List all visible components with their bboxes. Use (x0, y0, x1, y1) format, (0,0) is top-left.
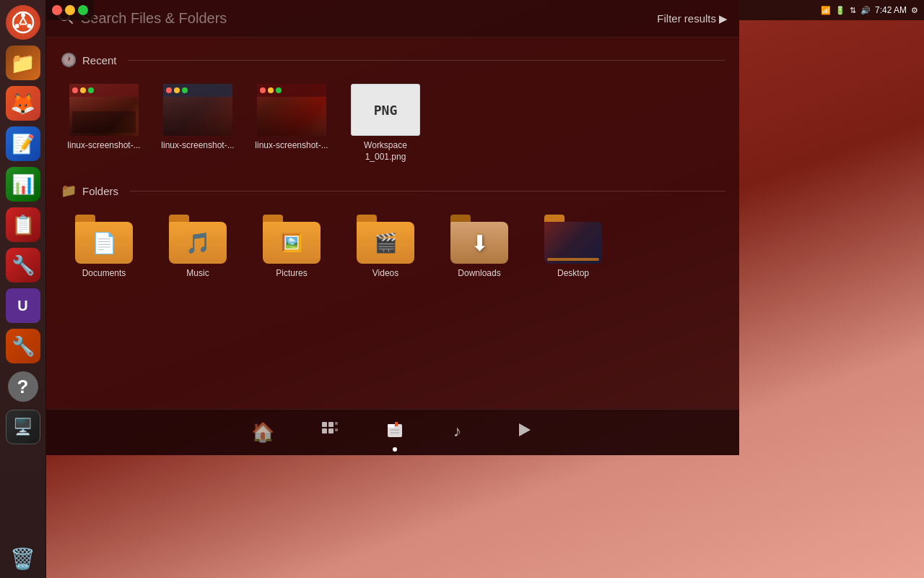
folder-item-music[interactable]: 🎵 Music (154, 209, 241, 285)
maximize-button[interactable] (78, 5, 88, 15)
launcher-item-app7[interactable]: 🔧 (4, 246, 43, 285)
firefox-icon: 🦊 (6, 86, 40, 121)
filter-results-arrow-icon: ▶ (719, 12, 728, 25)
launcher-item-screenshot[interactable]: 🖥️ (4, 407, 43, 447)
svg-rect-12 (328, 428, 334, 434)
app7-icon: 🔧 (6, 248, 40, 282)
recent-item-ss1[interactable]: linux-screenshot-... (61, 78, 147, 168)
search-input[interactable] (81, 10, 650, 27)
folders-divider (130, 191, 725, 191)
ubuntu-logo-icon (6, 5, 40, 40)
system-topbar: 📶 🔋 ⇅ 🔊 7:42 AM ⚙ (739, 0, 924, 20)
apps-nav-icon (321, 420, 339, 444)
bottom-nav-music[interactable]: ♪ (445, 415, 475, 450)
recent-item-ss3-name: linux-screenshot-... (255, 140, 328, 152)
pictures-folder-icon: 🖼️ (263, 215, 321, 264)
launcher-item-trash[interactable]: 🗑️ (4, 539, 43, 578)
downloads-folder-name: Downloads (458, 268, 500, 280)
videos-folder-icon: 🎬 (357, 215, 414, 264)
recent-section-header: 🕐 Recent (61, 52, 725, 68)
folders-label: Folders (82, 185, 118, 197)
launcher-item-settings[interactable]: 🔧 (4, 327, 43, 366)
folder-item-pictures[interactable]: 🖼️ Pictures (248, 209, 335, 285)
svg-point-1 (21, 13, 25, 17)
bottom-nav-files[interactable] (380, 415, 410, 450)
filter-results-button[interactable]: Filter results ▶ (657, 12, 728, 25)
files-icon: 📁 (6, 46, 40, 80)
dash-bottom-nav: 🏠 (46, 409, 739, 455)
clock: 7:42 AM (875, 5, 907, 15)
documents-folder-name: Documents (82, 268, 126, 280)
recent-item-ss3[interactable]: linux-screenshot-... (248, 78, 335, 168)
launcher-item-files[interactable]: 📁 (4, 43, 43, 82)
launcher-item-ubuntu-one[interactable]: U (4, 286, 43, 325)
recent-icon: 🕐 (61, 52, 77, 68)
svg-rect-11 (322, 428, 327, 434)
screenshot-icon: 🖥️ (6, 410, 40, 444)
window-controls (46, 0, 94, 20)
recent-item-ss2[interactable]: linux-screenshot-... (154, 78, 241, 168)
png-thumbnail: PNG (351, 84, 420, 136)
unity-launcher: 📁 🦊 📝 📊 📋 🔧 U 🔧 ? 🖥️ 🗑️ (0, 0, 46, 578)
close-button[interactable] (52, 5, 62, 15)
screenshot-2-thumbnail (163, 84, 232, 136)
launcher-item-impress[interactable]: 📋 (4, 205, 43, 244)
svg-line-4 (23, 17, 27, 25)
recent-item-png[interactable]: PNG Workspace 1_001.png (342, 78, 429, 168)
folders-icon: 📁 (61, 183, 77, 199)
music-nav-icon: ♪ (450, 420, 469, 444)
svg-rect-10 (328, 422, 334, 427)
svg-text:♪: ♪ (453, 422, 461, 439)
screenshot-3-thumbnail (257, 84, 326, 136)
settings-indicator: ⚙ (911, 6, 918, 15)
documents-folder-icon: 📄 (75, 215, 133, 264)
launcher-item-firefox[interactable]: 🦊 (4, 84, 43, 123)
pictures-folder-name: Pictures (276, 268, 307, 280)
dash-content: 🕐 Recent linux-screenshot-... (46, 38, 739, 409)
desktop-folder-icon (544, 215, 602, 264)
recent-items-grid: linux-screenshot-... linux-screenshot-..… (61, 78, 725, 168)
folders-section-header: 📁 Folders (61, 183, 725, 199)
recent-item-png-name: Workspace 1_001.png (346, 140, 425, 163)
bottom-nav-video[interactable] (510, 415, 540, 450)
svg-marker-17 (395, 422, 398, 426)
music-folder-name: Music (186, 268, 209, 280)
folder-item-videos[interactable]: 🎬 Videos (342, 209, 429, 285)
svg-point-3 (14, 24, 19, 28)
folder-item-desktop[interactable]: Desktop (530, 209, 616, 285)
launcher-item-calc[interactable]: 📊 (4, 165, 43, 204)
folder-item-downloads[interactable]: ⬇ Downloads (436, 209, 523, 285)
settings-icon: 🔧 (6, 329, 40, 363)
sound-indicator: 🔊 (860, 6, 871, 15)
search-bar: Filter results ▶ (46, 0, 739, 38)
svg-rect-13 (335, 422, 338, 425)
screenshot-1-thumbnail (69, 84, 139, 136)
network-indicator: 📶 (821, 6, 831, 15)
svg-line-5 (19, 17, 23, 25)
help-icon: ? (8, 371, 38, 402)
bottom-nav-home[interactable]: 🏠 (245, 415, 280, 449)
files-nav-icon (385, 420, 404, 444)
launcher-item-writer[interactable]: 📝 (4, 124, 43, 163)
folder-item-documents[interactable]: 📄 Documents (61, 209, 147, 285)
launcher-item-ubuntu[interactable] (4, 3, 43, 42)
bottom-nav-apps[interactable] (315, 415, 345, 450)
ubuntu-one-icon: U (6, 288, 40, 323)
downloads-folder-icon: ⬇ (450, 215, 508, 264)
video-nav-icon (515, 420, 534, 444)
videos-folder-name: Videos (372, 268, 398, 280)
recent-label: Recent (82, 54, 117, 66)
folders-grid: 📄 Documents 🎵 Music 🖼️ Pictures (61, 209, 725, 285)
writer-icon: 📝 (6, 126, 40, 161)
trash-icon: 🗑️ (6, 541, 40, 576)
music-folder-icon: 🎵 (169, 215, 227, 264)
home-nav-icon: 🏠 (251, 421, 274, 444)
svg-rect-9 (322, 422, 327, 427)
launcher-item-help[interactable]: ? (4, 367, 43, 406)
minimize-button[interactable] (65, 5, 75, 15)
svg-rect-16 (388, 424, 394, 428)
recent-divider (128, 60, 725, 61)
recent-item-ss1-name: linux-screenshot-... (67, 140, 140, 152)
svg-point-2 (27, 24, 31, 28)
recent-item-ss2-name: linux-screenshot-... (161, 140, 234, 152)
